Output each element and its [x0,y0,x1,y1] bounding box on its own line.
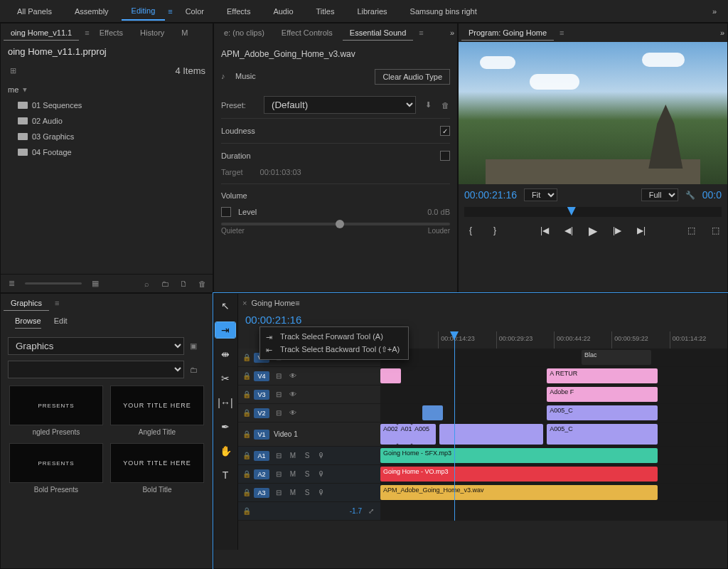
loudness-checkbox[interactable] [440,126,450,136]
clip[interactable]: A005_C [547,405,658,420]
clip[interactable]: APM_Adobe_Going_Home_v3.wav [380,485,658,500]
timeline-ruler[interactable]: 00:00 00:00:14:23 00:00:29:23 00:00:44:2… [380,331,727,349]
track-lane[interactable] [380,502,727,520]
zoom-select[interactable]: Fit [524,188,557,201]
track-lane[interactable]: A RETUR [380,367,727,385]
edit-subtab[interactable]: Edit [54,317,68,329]
clip[interactable]: Going Home - SFX.mp3 [380,448,658,463]
go-to-in-icon[interactable]: |◀ [538,224,551,237]
clip[interactable]: A RETUR [547,368,658,383]
sync-lock-icon[interactable]: ⊟ [274,489,284,496]
go-to-out-icon[interactable]: ▶| [635,224,648,237]
track-target[interactable]: V3 [254,390,269,400]
volume-slider[interactable] [221,223,450,225]
panel-menu-icon[interactable]: ≡ [85,28,89,37]
lock-icon[interactable]: 🔒 [242,390,250,398]
track-target[interactable]: A3 [254,488,269,498]
track-target[interactable]: V4 [254,371,269,381]
lock-icon[interactable]: 🔒 [242,470,250,478]
graphics-template[interactable]: PRESENTSBold Presents [9,443,103,494]
program-monitor-viewport[interactable] [459,42,727,184]
overflow-tab[interactable]: M [174,26,195,40]
track-lane[interactable]: APM_Adobe_Going_Home_v3.wav [380,484,727,501]
track-lane[interactable]: A002 A01 A005 A005_C [380,422,727,446]
clip[interactable]: A005 [412,424,436,445]
mic-icon[interactable]: 🎙 [316,452,326,459]
panel-overflow-icon[interactable]: » [720,28,724,37]
track-target[interactable]: A2 [254,469,269,479]
duration-section[interactable]: Duration [221,151,251,160]
lock-icon[interactable]: 🔒 [242,372,250,380]
track-lane[interactable]: Going Home - SFX.mp3 [380,447,727,464]
save-preset-icon[interactable]: ⬇ [423,100,433,110]
mark-out-icon[interactable]: } [488,224,501,237]
search-icon[interactable]: ⌕ [141,279,151,289]
sync-lock-icon[interactable]: ⊟ [274,452,284,459]
lock-icon[interactable]: 🔒 [242,452,250,459]
track-select-tool-icon[interactable]: ⇥ [215,322,235,338]
new-item-icon[interactable]: 🗋 [178,279,188,289]
track-select-backward-item[interactable]: Track Select Backward Tool (⇧+A) [260,343,408,356]
essential-sound-tab[interactable]: Essential Sound [343,26,414,41]
graphics-template[interactable]: PRESENTSngled Presents [9,385,103,436]
track-target[interactable]: A1 [254,451,269,461]
eye-icon[interactable]: 👁 [288,409,298,417]
panel-menu-icon[interactable]: ≡ [295,299,299,307]
duration-checkbox[interactable] [440,151,450,161]
track-select-forward-item[interactable]: Track Select Forward Tool (A) [260,330,408,343]
mic-icon[interactable]: 🎙 [316,489,326,496]
workspace-tab[interactable]: Samsung bins right [400,3,487,20]
track-lane[interactable]: Adobe F [380,385,727,403]
slip-tool-icon[interactable]: |↔| [215,395,235,410]
delete-preset-icon[interactable]: 🗑 [440,100,450,110]
graphics-tab[interactable]: Graphics [4,296,49,311]
clip[interactable]: Blac [582,350,651,365]
lock-icon[interactable]: 🔒 [242,430,250,438]
hand-tool-icon[interactable]: ✋ [215,443,235,459]
sync-lock-icon[interactable]: ⊟ [274,372,284,380]
filter-icon[interactable]: ⊞ [8,66,18,76]
program-scrubber[interactable] [464,207,722,217]
project-tab[interactable]: oing Home_v11.1 [4,26,79,41]
sequence-tab[interactable]: Going Home [251,299,295,307]
program-timecode[interactable]: 00:00:21:16 [464,189,517,201]
step-forward-icon[interactable]: |▶ [611,224,623,237]
mark-in-icon[interactable]: { [464,224,477,237]
play-icon[interactable]: ▶ [587,224,599,237]
mic-icon[interactable]: 🎙 [316,470,326,478]
panel-overflow-icon[interactable]: » [450,28,454,37]
pen-tool-icon[interactable]: ✒ [215,419,235,435]
program-monitor-tab[interactable]: Program: Going Home [461,26,554,41]
clip[interactable]: Adobe F [547,387,658,402]
preset-select[interactable]: (Default) [264,96,416,114]
workspace-tab[interactable]: Assembly [65,3,119,20]
workspace-tab[interactable]: Color [176,3,214,20]
bin-folder[interactable]: 02 Audio [8,113,205,129]
ripple-edit-tool-icon[interactable]: ⇼ [215,346,235,362]
bin-folder[interactable]: 04 Footage [8,144,205,160]
eye-icon[interactable]: 👁 [288,372,298,380]
list-view-icon[interactable]: ≣ [6,279,16,289]
effect-controls-tab[interactable]: Effect Controls [274,26,340,40]
level-checkbox[interactable] [221,207,231,217]
sync-lock-icon[interactable]: ⊟ [274,390,284,398]
bin-folder[interactable]: 03 Graphics [8,129,205,144]
graphics-folder-select[interactable]: Graphics [8,337,184,355]
eye-icon[interactable]: 👁 [288,390,298,398]
freeform-view-icon[interactable]: ▦ [90,279,100,289]
library-icon[interactable]: ▣ [188,341,198,351]
sync-lock-icon[interactable]: ⊟ [274,409,284,417]
bin-folder[interactable]: 01 Sequences [8,97,205,113]
workspace-overflow-icon[interactable]: » [712,7,721,16]
clear-audio-type-button[interactable]: Clear Audio Type [375,69,450,85]
lock-icon[interactable]: 🔒 [242,489,250,496]
lock-icon[interactable]: 🔒 [242,409,250,417]
selection-tool-icon[interactable]: ↖ [215,298,235,314]
new-folder-icon[interactable]: 🗀 [188,365,198,375]
track-lane[interactable]: Going Home - VO.mp3 [380,465,727,483]
timeline-playhead[interactable] [454,331,455,521]
zoom-slider[interactable] [25,282,82,284]
step-back-icon[interactable]: ◀| [562,224,575,237]
new-bin-icon[interactable]: 🗀 [160,279,170,289]
track-target[interactable]: V1 [254,430,269,440]
